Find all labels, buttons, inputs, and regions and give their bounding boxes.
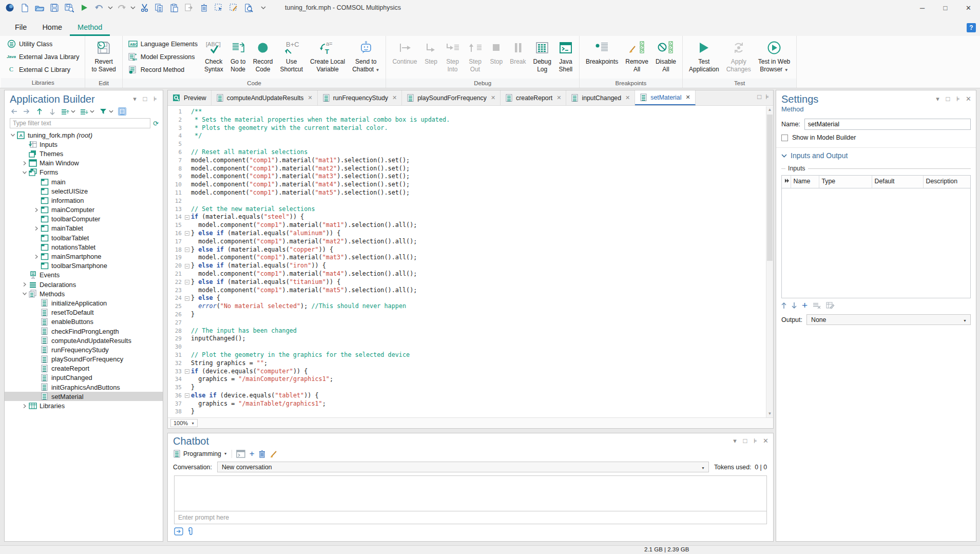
expand-all-icon[interactable] xyxy=(61,107,69,116)
expander-closed-icon[interactable] xyxy=(32,254,40,259)
panel-float-icon[interactable]: □ xyxy=(142,95,148,102)
expander-closed-icon[interactable] xyxy=(32,226,40,231)
attach-file-icon[interactable] xyxy=(187,527,194,536)
delete-input-icon[interactable] xyxy=(813,302,821,309)
ribbon-button-create-local-variable[interactable]: a=TCreate LocalVariable xyxy=(306,37,349,79)
method-name-field[interactable] xyxy=(804,119,971,130)
tree-item-checkfindpronglength[interactable]: checkFindProngLength xyxy=(5,327,163,336)
panel-close-icon[interactable]: ✕ xyxy=(762,437,769,444)
ribbon-button-use-shortcut[interactable]: B+CUseShortcut xyxy=(276,37,306,79)
column-header-description[interactable]: Description xyxy=(923,176,971,188)
ribbon-button-debug-log[interactable]: DebugLog xyxy=(530,37,555,79)
panel-close-icon[interactable]: ✕ xyxy=(965,95,972,102)
tree-item-maincomputer[interactable]: mainComputer xyxy=(5,205,163,215)
save-as-icon[interactable] xyxy=(63,1,76,14)
ribbon-button-break[interactable]: Break xyxy=(506,37,529,79)
ribbon-button-language-elements[interactable]: ABCLanguage Elements xyxy=(125,37,201,50)
find-icon[interactable] xyxy=(242,1,255,14)
inputs-and-output-section[interactable]: Inputs and Output xyxy=(776,147,976,163)
panel-collapse-icon[interactable]: ▾ xyxy=(732,437,738,444)
close-tab-icon[interactable]: ✕ xyxy=(556,94,561,101)
close-tab-icon[interactable]: ✕ xyxy=(491,94,495,101)
tree-item-playsoundforfrequency[interactable]: playSoundForFrequency xyxy=(5,355,163,364)
chatbot-mode-select[interactable]: Programming ▼ xyxy=(173,450,227,458)
tree-item-inputs[interactable]: Inputs xyxy=(5,140,163,149)
tree-item-toolbarcomputer[interactable]: toolbarComputer xyxy=(5,215,163,224)
ribbon-button-test-application[interactable]: TestApplication xyxy=(685,37,723,79)
tree-item-libraries[interactable]: Libraries xyxy=(5,401,163,410)
ribbon-button-test-in-web-browser[interactable]: Test in WebBrowser ▼ xyxy=(755,37,794,79)
editor-tab-computeandupdateresults[interactable]: computeAndUpdateResults✕ xyxy=(212,90,318,105)
chevron-down-icon[interactable] xyxy=(71,107,75,116)
tree-item-createreport[interactable]: createReport xyxy=(5,364,163,373)
ribbon-button-apply-changes[interactable]: ApplyChanges xyxy=(723,37,755,79)
tree-item-selectuisize[interactable]: selectUISize xyxy=(5,186,163,196)
code-editor[interactable]: 1/**2 * Sets the material properties whe… xyxy=(168,106,766,417)
editor-tab-preview[interactable]: Preview xyxy=(168,90,212,105)
ribbon-button-stop[interactable]: Stop xyxy=(486,37,506,79)
ribbon-tab-method[interactable]: Method xyxy=(70,23,110,36)
tree-item-computeandupdateresults[interactable]: computeAndUpdateResults xyxy=(5,336,163,345)
delete-conversation-icon[interactable] xyxy=(259,450,265,458)
close-tab-icon[interactable]: ✕ xyxy=(625,94,630,101)
tree-item-main[interactable]: main xyxy=(5,177,163,186)
tree-item-inputchanged[interactable]: inputChanged xyxy=(5,373,163,383)
redo-icon[interactable] xyxy=(115,1,128,14)
chevron-down-icon[interactable] xyxy=(109,107,113,116)
editor-tab-runfrequencystudy[interactable]: runFrequencyStudy✕ xyxy=(318,90,402,105)
edit-table-icon[interactable] xyxy=(826,301,834,309)
run-icon[interactable] xyxy=(78,1,91,14)
expander-open-icon[interactable] xyxy=(9,133,16,137)
conversation-select[interactable]: New conversation ▼ xyxy=(217,462,709,472)
expander-closed-icon[interactable] xyxy=(21,404,28,409)
tree-item-tuning-fork-mph[interactable]: Atuning_fork.mph (root) xyxy=(5,130,163,140)
close-tab-icon[interactable]: ✕ xyxy=(392,94,397,101)
editor-tab-playsoundforfrequency[interactable]: playSoundForFrequency✕ xyxy=(402,90,501,105)
chevron-down-icon[interactable] xyxy=(257,1,270,14)
refresh-icon[interactable]: ⟳ xyxy=(153,120,159,127)
ribbon-button-step-into[interactable]: StepInto xyxy=(441,37,464,79)
panel-collapse-icon[interactable]: ▾ xyxy=(131,95,138,102)
close-tab-icon[interactable]: ✕ xyxy=(685,94,690,101)
column-header-default[interactable]: Default xyxy=(872,176,923,188)
tree-item-events[interactable]: Events xyxy=(5,271,163,280)
editor-tab-createreport[interactable]: createReport✕ xyxy=(501,90,566,105)
panel-collapse-icon[interactable]: ▾ xyxy=(934,95,941,102)
scrollbar-thumb[interactable] xyxy=(767,114,773,261)
move-up-icon[interactable] xyxy=(35,107,44,116)
tree-item-toolbarsmartphone[interactable]: toolbarSmartphone xyxy=(5,261,163,271)
open-folder-icon[interactable] xyxy=(33,1,46,14)
panel-pin-icon[interactable]: ⊧ xyxy=(955,95,962,102)
prompt-input[interactable]: Enter prompt here xyxy=(175,511,766,524)
move-up-icon[interactable] xyxy=(781,302,786,309)
tree-item-themes[interactable]: Themes xyxy=(5,149,163,158)
ribbon-button-send-to-chatbot[interactable]: Send toChatbot ▼ xyxy=(349,37,383,79)
chevron-down-icon[interactable] xyxy=(130,6,136,9)
editor-scrollbar[interactable]: ▲ ▼ xyxy=(766,106,773,417)
ribbon-button-step-out[interactable]: StepOut xyxy=(464,37,486,79)
inputs-table[interactable]: NameTypeDefaultDescriptionUnit xyxy=(781,175,971,298)
move-down-icon[interactable] xyxy=(48,107,56,116)
go-forward-icon[interactable] xyxy=(23,107,31,116)
paste-icon[interactable] xyxy=(167,1,181,14)
clear-selection-icon[interactable] xyxy=(227,1,240,14)
tree-item-mainsmartphone[interactable]: mainSmartphone xyxy=(5,252,163,261)
toggle-editor-tools-icon[interactable] xyxy=(118,107,126,116)
tree-item-methods[interactable]: Methods xyxy=(5,289,163,298)
ribbon-button-step[interactable]: Step xyxy=(420,37,441,79)
new-file-icon[interactable] xyxy=(18,1,31,14)
ribbon-button-check-syntax[interactable]: [ABC]CheckSyntax xyxy=(201,37,227,79)
tree-item-resettodefault[interactable]: resetToDefault xyxy=(5,308,163,317)
tree-item-runfrequencystudy[interactable]: runFrequencyStudy xyxy=(5,345,163,354)
collapse-all-icon[interactable] xyxy=(80,107,88,116)
chevron-down-icon[interactable] xyxy=(90,107,94,116)
cut-icon[interactable] xyxy=(138,1,151,14)
minimize-icon[interactable]: ─ xyxy=(911,0,934,15)
filter-input[interactable] xyxy=(10,118,150,128)
tree-item-notationstablet[interactable]: notationsTablet xyxy=(5,242,163,252)
expander-closed-icon[interactable] xyxy=(21,282,28,287)
ribbon-button-external-java-library[interactable]: JavaExternal Java Library xyxy=(4,50,82,63)
scroll-down-icon[interactable]: ▼ xyxy=(766,410,773,417)
ribbon-button-record-code[interactable]: RecordCode xyxy=(249,37,277,79)
help-icon[interactable]: ? xyxy=(967,23,976,32)
